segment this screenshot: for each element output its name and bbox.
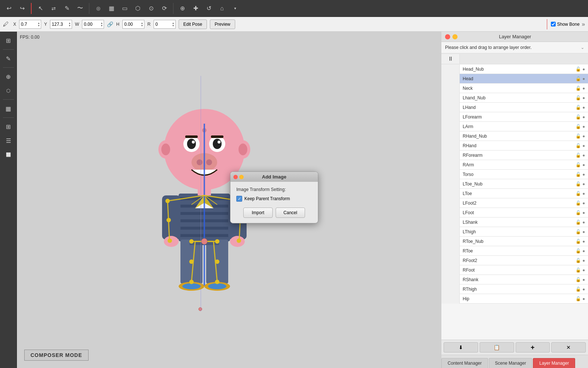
bone-add-button[interactable]: ⊕ (176, 3, 188, 14)
layer-save-button[interactable]: ⬇ (444, 342, 478, 353)
layer-visible-icon-13[interactable]: ● (582, 191, 585, 196)
redo-button[interactable]: ↪ (16, 3, 28, 14)
panel-close-red-button[interactable] (445, 34, 450, 39)
layer-row[interactable]: RToe 🔓 ● (441, 246, 588, 256)
layer-lock-icon-0[interactable]: 🔓 (576, 67, 581, 72)
layer-row[interactable]: RFoot 🔓 ● (441, 265, 588, 275)
select-tool-button[interactable]: ↖ (35, 3, 46, 14)
freehand-button[interactable]: 〜 (74, 3, 86, 14)
show-bone-checkbox[interactable] (551, 22, 556, 26)
w-spinner[interactable]: ▲▼ (100, 22, 103, 27)
layer-lock-icon-12[interactable]: 🔓 (576, 181, 581, 187)
y-spinner[interactable]: ▲▼ (68, 22, 71, 27)
layer-visible-icon-1[interactable]: ● (582, 76, 585, 81)
show-bone-check[interactable]: Show Bone (551, 22, 580, 27)
layer-copy-button[interactable]: 📋 (480, 342, 514, 353)
layer-visible-icon-16[interactable]: ● (582, 220, 585, 225)
layer-visible-icon-5[interactable]: ● (582, 114, 585, 120)
dialog-checkbox-row[interactable]: ✓ Keep Parent Transform (236, 196, 312, 202)
refresh-button[interactable]: ↺ (203, 3, 215, 14)
layer-lock-icon-1[interactable]: 🔓 (576, 76, 581, 81)
layer-visible-icon-2[interactable]: ● (582, 86, 585, 91)
layer-lock-icon-16[interactable]: 🔓 (576, 220, 581, 225)
grid-tool-button[interactable]: ▦ (105, 3, 117, 14)
layer-lock-icon-11[interactable]: 🔓 (576, 172, 581, 177)
layer-row[interactable]: Head 🔓 ● (441, 74, 588, 84)
layer-add-button[interactable]: + (516, 342, 550, 353)
layer-lock-icon-10[interactable]: 🔓 (576, 162, 581, 167)
layer-row[interactable]: RShank 🔓 ● (441, 275, 588, 284)
edit-pose-button[interactable]: Edit Pose (179, 20, 207, 29)
r-input[interactable] (155, 22, 172, 27)
layer-visible-icon-12[interactable]: ● (582, 181, 585, 187)
layer-lock-icon-5[interactable]: 🔓 (576, 114, 581, 120)
cancel-button[interactable]: Cancel (276, 208, 305, 218)
poly-tool-button[interactable]: ⬡ (132, 3, 144, 14)
y-input[interactable] (52, 22, 68, 27)
layer-lock-icon-4[interactable]: 🔓 (576, 105, 581, 110)
layer-row[interactable]: LFoot2 🔓 ● (441, 198, 588, 208)
layer-visible-icon-10[interactable]: ● (582, 162, 585, 167)
layer-visible-icon-17[interactable]: ● (582, 229, 585, 234)
layer-visible-icon-24[interactable]: ● (582, 296, 585, 301)
layer-lock-icon-20[interactable]: 🔓 (576, 258, 581, 263)
w-input[interactable] (84, 22, 100, 27)
circle-tool-button[interactable]: ◎ (92, 3, 104, 14)
layer-lock-icon-9[interactable]: 🔓 (576, 153, 581, 158)
layer-visible-icon-23[interactable]: ● (582, 287, 585, 292)
layer-row[interactable]: Lhand_Nub 🔓 ● (441, 93, 588, 103)
layer-visible-icon-8[interactable]: ● (582, 143, 585, 148)
tab-content-manager[interactable]: Content Manager (441, 358, 488, 368)
h-spinner[interactable]: ▲▼ (141, 22, 143, 27)
layer-row[interactable]: LToe 🔓 ● (441, 189, 588, 198)
layer-visible-icon-6[interactable]: ● (582, 124, 585, 129)
selection-handle[interactable] (198, 307, 202, 311)
layer-lock-icon-21[interactable]: 🔓 (576, 268, 581, 273)
pen-tool-button[interactable]: ✎ (61, 3, 73, 14)
left-tool-6[interactable]: ⊞ (2, 120, 15, 133)
layer-visible-icon-20[interactable]: ● (582, 258, 585, 263)
h-input[interactable] (124, 22, 141, 27)
x-input[interactable] (21, 22, 37, 27)
chevron-right-button[interactable]: » (582, 21, 585, 28)
layer-lock-icon-3[interactable]: 🔓 (576, 95, 581, 100)
layer-row[interactable]: LHand 🔓 ● (441, 103, 588, 112)
keep-parent-checkbox[interactable]: ✓ (236, 196, 242, 202)
dialog-close-button[interactable] (233, 175, 238, 179)
layer-visible-icon-19[interactable]: ● (582, 248, 585, 254)
layer-visible-icon-7[interactable]: ● (582, 134, 585, 139)
layer-row[interactable]: Torso 🔓 ● (441, 170, 588, 179)
layer-lock-icon-22[interactable]: 🔓 (576, 277, 581, 282)
connect-tool-button[interactable]: ⟳ (158, 3, 170, 14)
lasso-tool-button[interactable]: ⊙ (145, 3, 157, 14)
left-tool-1[interactable]: ⊞ (2, 34, 15, 47)
layer-row[interactable]: LShank 🔓 ● (441, 217, 588, 227)
undo-button[interactable]: ↩ (3, 3, 15, 14)
layer-row[interactable]: Hip 🔓 ● (441, 294, 588, 304)
layer-row[interactable]: LFoot 🔓 ● (441, 208, 588, 217)
layer-lock-icon-2[interactable]: 🔓 (576, 86, 581, 91)
layer-lock-icon-8[interactable]: 🔓 (576, 143, 581, 148)
layer-row[interactable]: RForearm 🔓 ● (441, 151, 588, 160)
layer-row[interactable]: RToe_Nub 🔓 ● (441, 237, 588, 246)
layer-visible-icon-22[interactable]: ● (582, 277, 585, 282)
transform-button[interactable]: ✚ (190, 3, 201, 14)
layer-row[interactable]: LThigh 🔓 ● (441, 227, 588, 237)
layer-row[interactable]: LToe_Nub 🔓 ● (441, 179, 588, 189)
left-tool-4[interactable]: ⬡ (2, 84, 15, 97)
tab-layer-manager[interactable]: Layer Manager (533, 358, 575, 368)
layer-row[interactable]: RHand_Nub 🔓 ● (441, 131, 588, 141)
left-tool-5[interactable]: ▦ (2, 102, 15, 115)
layer-row[interactable]: RThigh 🔓 ● (441, 284, 588, 294)
layer-visible-icon-3[interactable]: ● (582, 95, 585, 100)
layer-lock-icon-15[interactable]: 🔓 (576, 210, 581, 215)
layer-lock-icon-24[interactable]: 🔓 (576, 296, 581, 301)
layer-row[interactable]: Neck 🔓 ● (441, 84, 588, 93)
layer-visible-icon-0[interactable]: ● (582, 67, 585, 72)
layer-row[interactable]: LForearm 🔓 ● (441, 112, 588, 122)
layer-row[interactable]: RArm 🔓 ● (441, 160, 588, 170)
layer-lock-icon-6[interactable]: 🔓 (576, 124, 581, 129)
preview-button[interactable]: Preview (210, 20, 235, 29)
left-tool-2[interactable]: ✎ (2, 52, 15, 65)
layer-row[interactable]: Head_Nub 🔓 ● (441, 64, 588, 74)
